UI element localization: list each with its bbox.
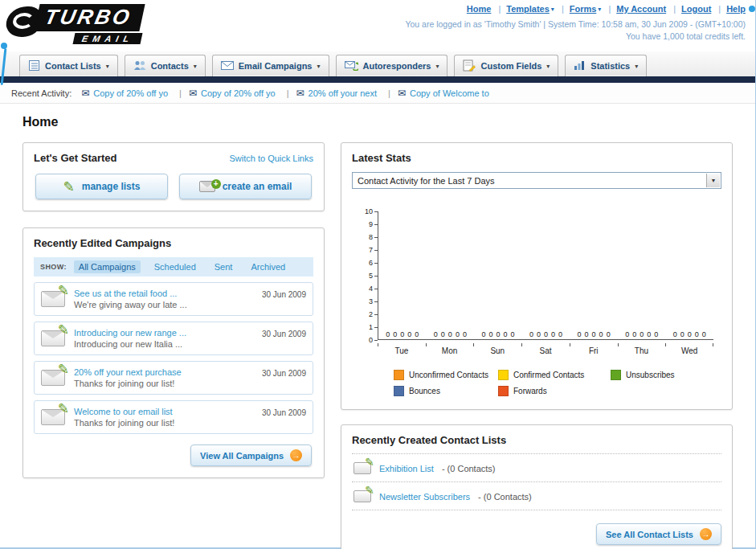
nav-tab-contact-lists[interactable]: Contact Lists ▾ xyxy=(19,55,118,76)
recent-activity-link[interactable]: Copy of Welcome to xyxy=(410,88,489,98)
nav-tab-autoresponders[interactable]: Autoresponders ▾ xyxy=(336,55,448,76)
contact-list-item[interactable]: ✎ Exhibition List - (0 Contacts) xyxy=(352,454,721,482)
top-nav-home-link[interactable]: Home xyxy=(467,4,492,14)
dropdown-arrow-icon: ▾ xyxy=(435,63,439,70)
manage-lists-label: manage lists xyxy=(82,181,141,192)
chart-value-label: 0 xyxy=(503,330,507,338)
envelope-icon: ✉ xyxy=(398,88,406,98)
chart-value-label: 0 xyxy=(415,330,419,338)
nav-tab-contacts[interactable]: Contacts ▾ xyxy=(125,55,206,76)
dropdown-arrow-icon: ▾ xyxy=(551,6,554,13)
top-nav-forms[interactable]: Forms▾ xyxy=(570,4,617,14)
nav-tab-label: Email Campaigns xyxy=(239,61,313,71)
content: Home Let's Get Started Switch to Quick L… xyxy=(0,104,755,549)
top-nav-my-account-link[interactable]: My Account xyxy=(616,4,666,14)
top-nav-templates[interactable]: Templates▾ xyxy=(506,4,569,14)
campaign-title-link[interactable]: Welcome to our email list xyxy=(74,407,255,416)
top-nav-forms-link[interactable]: Forms xyxy=(570,4,597,14)
filter-tab-archived[interactable]: Archived xyxy=(246,260,290,273)
top-nav-templates-link[interactable]: Templates xyxy=(506,4,550,14)
y-axis-tick: 3 xyxy=(369,298,378,305)
recent-activity-item[interactable]: ✉20% off your next xyxy=(296,88,398,98)
top-nav-help-link[interactable]: Help xyxy=(726,4,746,14)
see-all-contact-lists-button[interactable]: See All Contact Lists → xyxy=(596,523,721,545)
chart-value-label: 0 xyxy=(673,330,677,338)
chart-value-label: 0 xyxy=(529,330,533,338)
chart-value-label: 0 xyxy=(599,330,603,338)
nav-tab-label: Autoresponders xyxy=(363,61,431,71)
nav-tab-email-campaigns[interactable]: Email Campaigns ▾ xyxy=(212,55,329,76)
campaign-title-link[interactable]: 20% off your next purchase xyxy=(74,367,255,377)
create-email-label: create an email xyxy=(223,181,292,192)
y-axis-tick: 4 xyxy=(369,285,378,292)
legend-swatch xyxy=(394,370,404,380)
nav-tab-label: Contact Lists xyxy=(45,61,101,71)
top-nav-logout-link[interactable]: Logout xyxy=(681,4,711,14)
recent-activity-item[interactable]: ✉Copy of 20% off yo xyxy=(81,88,189,98)
recent-activity-link[interactable]: Copy of 20% off yo xyxy=(93,88,168,98)
pencil-icon: ✎ xyxy=(365,485,374,496)
chart-value-label: 0 xyxy=(537,330,541,338)
chart-x-label: Thu xyxy=(618,346,666,355)
logo-text: TURBO EMAIL xyxy=(37,4,142,44)
campaign-row[interactable]: ✎ 20% off your next purchase Thanks for … xyxy=(34,361,313,395)
app-logo[interactable]: TURBO EMAIL xyxy=(6,4,142,44)
nav-tab-custom-fields[interactable]: Custom Fields ▾ xyxy=(454,55,558,76)
campaign-envelope-icon: ✎ xyxy=(41,370,65,386)
filter-tab-scheduled[interactable]: Scheduled xyxy=(149,260,201,273)
filter-tab-all-campaigns[interactable]: All Campaigns xyxy=(74,260,141,273)
legend-item: Unconfirmed Contacts xyxy=(394,370,492,380)
envelope-icon: ✉ xyxy=(189,88,197,98)
pencil-icon: ✎ xyxy=(58,402,69,416)
arrow-right-icon: → xyxy=(290,449,302,461)
nav-tab-label: Statistics xyxy=(590,61,630,71)
recent-activity-link[interactable]: 20% off your next xyxy=(309,88,377,98)
nav-tab-label: Custom Fields xyxy=(480,61,541,71)
chart-value-label: 0 xyxy=(680,330,684,338)
top-nav-logout[interactable]: Logout xyxy=(681,4,726,14)
campaign-filter-bar: SHOW: All Campaigns Scheduled Sent Archi… xyxy=(34,257,313,277)
create-email-button[interactable]: + create an email xyxy=(179,174,312,199)
campaign-row[interactable]: ✎ Introducing our new range ... Introduc… xyxy=(34,322,313,355)
contact-list-item[interactable]: ✎ Newsletter Subscribers - (0 Contacts) xyxy=(352,482,721,510)
top-nav-my-account[interactable]: My Account xyxy=(616,4,681,14)
y-axis-tick: 7 xyxy=(369,247,378,253)
campaign-envelope-icon: ✎ xyxy=(41,409,65,425)
campaign-row[interactable]: ✎ See us at the retail food ... We're gi… xyxy=(34,282,313,316)
view-all-campaigns-button[interactable]: View All Campaigns → xyxy=(190,445,312,466)
switch-quick-links-link[interactable]: Switch to Quick Links xyxy=(229,154,313,163)
campaign-subtitle: Introducing our new Italia ... xyxy=(74,339,255,349)
chart-value-label: 0 xyxy=(578,330,582,338)
contact-list-link[interactable]: Newsletter Subscribers xyxy=(379,492,470,502)
chart-bar-group: 00000 xyxy=(570,330,618,338)
campaign-title-link[interactable]: See us at the retail food ... xyxy=(74,289,255,298)
chart-value-label: 0 xyxy=(585,330,589,338)
filter-tab-sent[interactable]: Sent xyxy=(210,260,238,273)
manage-lists-button[interactable]: ✎ manage lists xyxy=(35,174,168,199)
legend-item: Bounces xyxy=(394,386,492,396)
credits-info: You have 1,000 total credits left. xyxy=(405,31,746,41)
recent-activity-item[interactable]: ✉Copy of 20% off yo xyxy=(189,88,296,98)
logo-text-primary: TURBO xyxy=(34,4,145,31)
chart-value-label: 0 xyxy=(456,330,460,338)
recent-activity-item[interactable]: ✉Copy of Welcome to xyxy=(398,88,489,98)
chart-bar-group: 00000 xyxy=(427,330,475,338)
decoration-dot-icon xyxy=(749,6,755,12)
top-nav-help[interactable]: Help xyxy=(726,4,746,14)
top-nav-home[interactable]: Home xyxy=(467,4,506,14)
chart-value-label: 0 xyxy=(488,330,492,338)
chart-plot-area: 00000000000000000000000000000000000 xyxy=(378,211,713,340)
campaign-row[interactable]: ✎ Welcome to our email list Thanks for j… xyxy=(34,400,313,434)
stats-period-value: Contact Activity for the Last 7 Days xyxy=(358,176,495,186)
pencil-icon: ✎ xyxy=(58,284,69,297)
chart-value-label: 0 xyxy=(463,330,467,338)
y-axis-tick: 10 xyxy=(365,208,378,215)
nav-tab-statistics[interactable]: Statistics ▾ xyxy=(565,55,647,76)
chart-x-label: Mon xyxy=(426,346,474,355)
recent-activity-label: Recent Activity: xyxy=(11,88,72,98)
legend-swatch xyxy=(498,386,509,396)
contact-list-link[interactable]: Exhibition List xyxy=(379,464,434,473)
recent-activity-link[interactable]: Copy of 20% off yo xyxy=(201,88,276,98)
stats-period-select[interactable]: Contact Activity for the Last 7 Days ▼ xyxy=(352,172,721,189)
campaign-title-link[interactable]: Introducing our new range ... xyxy=(74,328,255,338)
